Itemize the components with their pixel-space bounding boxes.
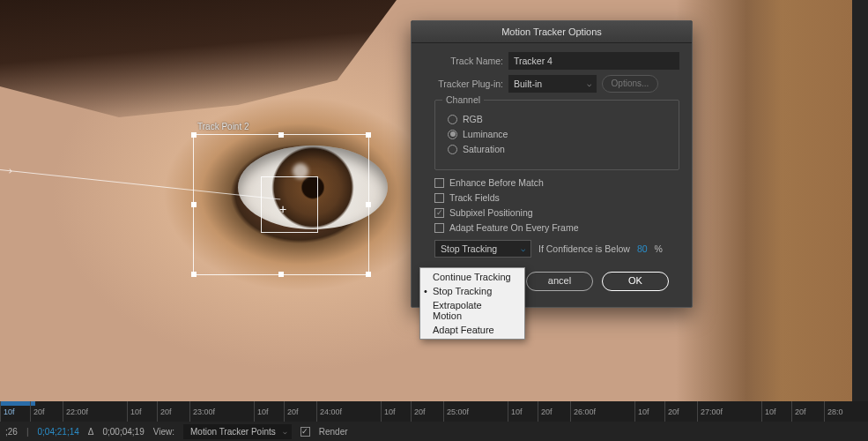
tick: 10f [127,401,157,422]
view-label: View: [153,427,174,437]
confidence-label: If Confidence is Below [538,243,630,254]
motion-tracker-options-dialog: Motion Tracker Options Track Name: Track… [411,20,693,308]
radio-rgb[interactable]: RGB [448,114,666,124]
tick: 20f [411,401,443,422]
radio-saturation[interactable]: Saturation [448,144,666,154]
check-subpixel[interactable]: Subpixel Positioning [434,207,679,218]
timeline-ruler[interactable]: 10f 20f 22:00f 10f 20f 23:00f 10f 20f 24… [0,401,868,422]
tick: 28:0 [824,401,868,422]
tick: 10f [381,401,411,422]
ok-button[interactable]: OK [602,272,669,291]
tick: 22:00f [63,401,127,422]
tick: 25:00f [443,401,508,422]
dropdown-item[interactable]: Extrapolate Motion [420,298,524,323]
tick: 10f [634,401,664,422]
tick: 20f [664,401,697,422]
check-track-fields[interactable]: Track Fields [434,192,679,203]
plugin-options-button: Options... [602,75,658,93]
tick: 20f [791,401,824,422]
radio-luminance[interactable]: Luminance [448,129,666,139]
tick: 26:00f [570,401,634,422]
track-point-label: Track Point 2 [197,122,249,131]
delta-time[interactable]: 0;00;04;19 [102,427,144,437]
duration-field[interactable]: ;26 [5,427,18,437]
status-bar: ;26 | 0;04;21;14 Δ 0;00;04;19 View: Moti… [0,422,868,441]
confidence-action-select[interactable]: Stop Tracking [434,240,531,258]
dropdown-item[interactable]: Adapt Feature [420,323,524,337]
track-name-label: Track Name: [424,56,503,66]
tick: 20f [284,401,316,422]
tick: 20f [30,401,63,422]
tick: 20f [157,401,189,422]
dialog-title: Motion Tracker Options [412,21,692,43]
check-enhance[interactable]: Enhance Before Match [434,177,679,188]
tick: 20f [538,401,570,422]
right-panel-edge [852,0,868,401]
render-label: Render [319,427,348,437]
feature-region[interactable] [261,176,318,233]
render-checkbox[interactable] [300,427,310,437]
delta-icon: Δ [88,427,94,437]
tick: 27:00f [697,401,761,422]
dropdown-item[interactable]: Stop Tracking [420,284,524,298]
channel-legend: Channel [442,94,484,105]
check-adapt[interactable]: Adapt Feature On Every Frame [434,222,679,233]
plugin-select[interactable]: Built-in [508,75,597,93]
confidence-dropdown[interactable]: Continue Tracking Stop Tracking Extrapol… [419,267,525,340]
plugin-label: Tracker Plug-in: [424,78,503,89]
tick: 23:00f [189,401,254,422]
dropdown-item[interactable]: Continue Tracking [420,270,524,284]
tick: 10f [508,401,538,422]
tick: 10f [0,401,30,422]
track-name-input[interactable] [508,52,679,70]
attach-point[interactable]: + [279,203,286,215]
confidence-pct: % [655,243,663,254]
tick: 10f [761,401,791,422]
confidence-value[interactable]: 80 [637,243,648,254]
cancel-button[interactable]: ancel [526,272,593,291]
view-select[interactable]: Motion Tracker Points [183,424,292,439]
tick: 10f [254,401,284,422]
tick: 24:00f [316,401,381,422]
current-time-display[interactable]: 0;04;21;14 [38,427,79,437]
